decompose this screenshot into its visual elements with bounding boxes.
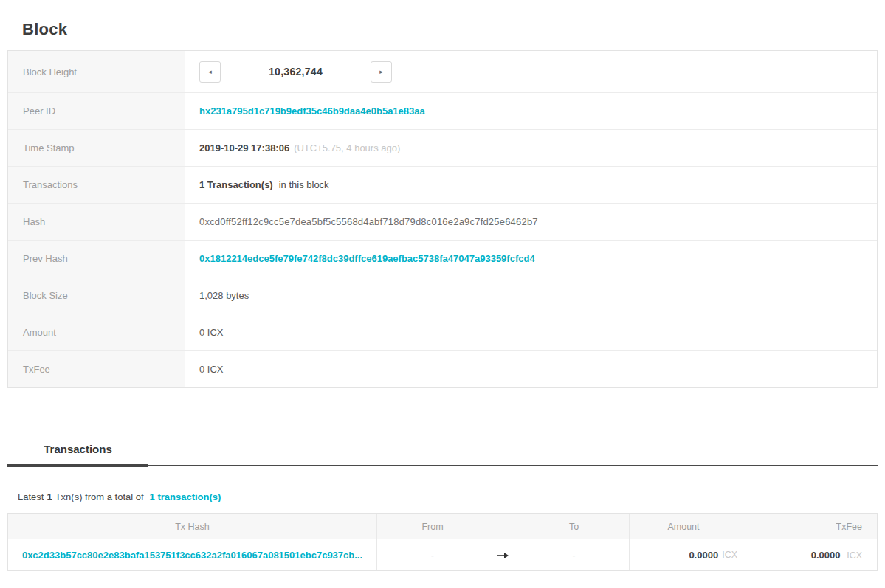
- row-label: Prev Hash: [8, 241, 185, 277]
- transactions-table-header: Tx Hash From To Amount TxFee: [8, 514, 877, 539]
- detail-row-prev-hash: Prev Hash 0x1812214edce5fe79fe742f8dc39d…: [8, 240, 877, 277]
- tx-to: -: [519, 539, 630, 570]
- detail-row-peer-id: Peer ID hx231a795d1c719b9edf35c46b9daa4e…: [8, 92, 877, 129]
- row-label: Peer ID: [8, 93, 185, 129]
- detail-row-block-size: Block Size 1,028 bytes: [8, 277, 877, 314]
- row-label: Transactions: [8, 167, 185, 203]
- next-block-button[interactable]: ▸: [371, 61, 392, 83]
- summary-prefix: Latest: [18, 491, 44, 502]
- tx-fee-value: 0.0000: [811, 550, 841, 561]
- row-label: Amount: [8, 314, 185, 350]
- detail-row-time-stamp: Time Stamp 2019-10-29 17:38:06 (UTC+5.75…: [8, 129, 877, 166]
- block-hash-value: 0xcd0ff52ff12c9cc5e7dea5bf5c5568d4abf718…: [199, 216, 538, 227]
- chevron-left-icon: ◂: [208, 69, 212, 75]
- transactions-summary: Latest1Txn(s) from a total of1 transacti…: [18, 491, 878, 502]
- arrow-right-icon: [488, 550, 519, 561]
- detail-row-txfee: TxFee 0 ICX: [8, 350, 877, 387]
- header-from: From: [377, 522, 488, 532]
- header-amount: Amount: [630, 514, 754, 539]
- chevron-right-icon: ▸: [379, 69, 383, 75]
- tx-fee-unit: ICX: [847, 550, 862, 561]
- summary-count: 1: [47, 491, 52, 502]
- page-title: Block: [22, 21, 885, 38]
- block-height-stepper: ◂ 10,362,744 ▸: [199, 61, 392, 83]
- prev-hash-link[interactable]: 0x1812214edce5fe79fe742f8dc39dffce619aef…: [199, 253, 535, 264]
- prev-block-button[interactable]: ◂: [199, 61, 221, 83]
- timestamp-value: 2019-10-29 17:38:06: [199, 142, 289, 153]
- tx-hash-link[interactable]: 0xc2d33b57cc80e2e83bafa153751f3cc632a2fa…: [22, 550, 362, 561]
- block-height-value: 10,362,744: [221, 66, 371, 77]
- row-label: Hash: [8, 204, 185, 240]
- summary-middle: Txn(s) from a total of: [55, 491, 144, 502]
- tx-amount-unit: ICX: [722, 550, 737, 560]
- block-detail-card: Block Height ◂ 10,362,744 ▸ Peer ID hx23…: [7, 50, 878, 388]
- tx-amount-value: 0.0000: [689, 550, 718, 561]
- detail-row-hash: Hash 0xcd0ff52ff12c9cc5e7dea5bf5c5568d4a…: [8, 203, 877, 240]
- transaction-count-suffix: in this block: [279, 179, 329, 190]
- transactions-tab-bar: Transactions: [7, 443, 878, 466]
- tx-from: -: [377, 550, 488, 561]
- row-label: Time Stamp: [8, 130, 185, 166]
- detail-row-block-height: Block Height ◂ 10,362,744 ▸: [8, 51, 877, 92]
- amount-value: 0 ICX: [199, 327, 224, 338]
- block-size-value: 1,028 bytes: [199, 290, 249, 301]
- header-tx-hash: Tx Hash: [8, 514, 377, 539]
- detail-row-transactions: Transactions 1 Transaction(s) in this bl…: [8, 166, 877, 203]
- peer-id-link[interactable]: hx231a795d1c719b9edf35c46b9daa4e0b5a1e83…: [199, 106, 425, 117]
- detail-row-amount: Amount 0 ICX: [8, 314, 877, 350]
- row-label: TxFee: [8, 351, 185, 387]
- tab-transactions[interactable]: Transactions: [7, 443, 148, 466]
- timestamp-note: (UTC+5.75, 4 hours ago): [294, 142, 400, 153]
- row-label: Block Height: [8, 51, 185, 92]
- total-transactions-link[interactable]: 1 transaction(s): [150, 491, 221, 502]
- transaction-row: 0xc2d33b57cc80e2e83bafa153751f3cc632a2fa…: [8, 539, 877, 570]
- header-to: To: [519, 514, 630, 539]
- tx-amount: 0.0000 ICX: [630, 539, 754, 570]
- header-txfee: TxFee: [754, 522, 877, 532]
- transactions-table: Tx Hash From To Amount TxFee 0xc2d33b57c…: [7, 513, 878, 571]
- row-label: Block Size: [8, 277, 185, 314]
- tx-fee: 0.0000 ICX: [754, 550, 877, 561]
- txfee-value: 0 ICX: [199, 364, 224, 375]
- transaction-count: 1 Transaction(s): [199, 179, 273, 190]
